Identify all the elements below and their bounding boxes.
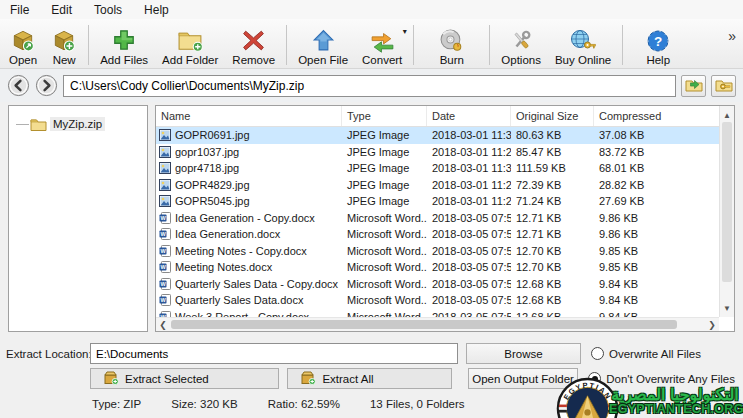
file-date-cell: 2018-03-01 11:27 — [427, 179, 511, 191]
jpeg-file-icon — [159, 195, 171, 207]
main-area: MyZip.zip Name Type Date Original Size C… — [8, 105, 735, 332]
file-type-cell: Microsoft Word... — [342, 212, 427, 224]
scroll-up-arrow[interactable]: ▲ — [720, 108, 734, 122]
toolbar-separator — [489, 25, 490, 65]
column-header-original-size[interactable]: Original Size — [511, 106, 594, 126]
file-compressed-cell: 9.86 KB — [594, 212, 719, 224]
file-original-size-cell: 12.70 KB — [511, 261, 594, 273]
buy-online-button[interactable]: Buy Online — [548, 21, 618, 67]
vertical-scroll-thumb[interactable] — [722, 122, 732, 282]
file-date-cell: 2018-03-05 07:50 — [427, 278, 511, 290]
file-name-cell: GOPR5045.jpg — [156, 195, 342, 207]
folder-arrow-icon — [685, 78, 703, 94]
file-type-cell: Microsoft Word... — [342, 245, 427, 257]
tree-item-myzip[interactable]: MyZip.zip — [9, 115, 147, 133]
open-archive-button[interactable]: Open — [2, 21, 44, 67]
toolbar-label: Options — [501, 54, 541, 66]
back-button[interactable] — [7, 74, 30, 97]
folder-plus-icon — [177, 25, 204, 53]
forward-button[interactable] — [35, 74, 58, 97]
table-row[interactable]: WIdea Generation - Copy.docxMicrosoft Wo… — [156, 210, 719, 227]
encrypt-button[interactable] — [711, 75, 736, 97]
table-row[interactable]: WIdea Generation.docxMicrosoft Word...20… — [156, 226, 719, 243]
open-file-button[interactable]: Open File — [291, 21, 355, 67]
table-row[interactable]: WWeek 3 Report - Copy.docxMicrosoft Word… — [156, 309, 719, 318]
toolbar-overflow-chevron[interactable]: » — [728, 28, 736, 44]
add-folder-button[interactable]: Add Folder — [155, 21, 225, 67]
column-header-type[interactable]: Type — [342, 106, 427, 126]
file-original-size-cell: 80.63 KB — [511, 129, 594, 141]
file-original-size-cell: 72.39 KB — [511, 179, 594, 191]
options-button[interactable]: Options — [494, 21, 548, 67]
file-name-cell: GOPR0691.jpg — [156, 129, 342, 141]
file-date-cell: 2018-03-01 11:26 — [427, 146, 511, 158]
remove-button[interactable]: Remove — [225, 21, 282, 67]
watermark-arabic-text: التكنولوجيا المصرية — [609, 386, 741, 404]
convert-button[interactable]: ▾ Convert — [355, 21, 409, 67]
table-row[interactable]: gopr4718.jpgJPEG Image2018-03-01 11:3511… — [156, 160, 719, 177]
file-name-cell: WQuarterly Sales Data.docx — [156, 294, 342, 306]
file-name: Meeting Notes - Copy.docx — [175, 245, 307, 257]
add-files-button[interactable]: Add Files — [93, 21, 155, 67]
menu-file[interactable]: File — [6, 1, 39, 19]
table-row[interactable]: WMeeting Notes - Copy.docxMicrosoft Word… — [156, 243, 719, 260]
column-header-name[interactable]: Name — [156, 106, 342, 126]
file-date-cell: 2018-03-05 07:51 — [427, 228, 511, 240]
scroll-down-arrow[interactable]: ▼ — [720, 301, 734, 315]
svg-text:?: ? — [654, 34, 662, 49]
file-name: Meeting Notes.docx — [175, 261, 272, 273]
disc-icon — [439, 25, 464, 53]
extract-box-icon — [300, 370, 316, 387]
new-archive-button[interactable]: New — [44, 21, 84, 67]
vertical-scrollbar[interactable]: ▲ ▼ — [719, 106, 734, 317]
tree-item-label: MyZip.zip — [50, 117, 105, 131]
table-row[interactable]: GOPR0691.jpgJPEG Image2018-03-01 11:3580… — [156, 127, 719, 144]
scroll-left-arrow[interactable]: ❮ — [156, 318, 170, 331]
extract-selected-button[interactable]: Extract Selected — [90, 368, 279, 389]
table-row[interactable]: WQuarterly Sales Data - Copy.docxMicroso… — [156, 276, 719, 293]
file-name-cell: gopr1037.jpg — [156, 146, 342, 158]
word-file-icon: W — [159, 212, 171, 224]
menu-tools[interactable]: Tools — [90, 1, 132, 19]
file-date-cell: 2018-03-01 11:35 — [427, 129, 511, 141]
column-header-compressed[interactable]: Compressed — [594, 106, 719, 126]
browse-button[interactable]: Browse — [466, 343, 581, 364]
table-row[interactable]: GOPR5045.jpgJPEG Image2018-03-01 11:2771… — [156, 193, 719, 210]
word-file-icon: W — [159, 228, 171, 240]
extract-location-input[interactable] — [90, 343, 458, 364]
radio-overwrite-all[interactable]: Overwrite All Files — [591, 347, 701, 360]
menu-edit[interactable]: Edit — [47, 1, 82, 19]
file-original-size-cell: 12.68 KB — [511, 278, 594, 290]
package-new-icon — [51, 25, 77, 53]
horizontal-scroll-thumb[interactable] — [171, 320, 677, 329]
extract-all-button[interactable]: Extract All — [287, 368, 452, 389]
file-type-cell: JPEG Image — [342, 179, 427, 191]
menu-help[interactable]: Help — [140, 1, 179, 19]
folder-icon — [30, 118, 47, 131]
svg-text:W: W — [160, 264, 166, 270]
blue-up-arrow-icon — [311, 25, 336, 53]
file-list-panel: Name Type Date Original Size Compressed … — [155, 105, 735, 332]
open-folder-button[interactable] — [681, 75, 706, 97]
table-row[interactable]: GOPR4829.jpgJPEG Image2018-03-01 11:2772… — [156, 177, 719, 194]
toolbar: Open New Add Files Add Folder Remove Ope… — [0, 19, 743, 69]
file-list-header: Name Type Date Original Size Compressed — [156, 106, 719, 127]
scroll-right-arrow[interactable]: ❯ — [705, 318, 719, 331]
table-row[interactable]: WQuarterly Sales Data.docxMicrosoft Word… — [156, 292, 719, 309]
file-compressed-cell: 83.72 KB — [594, 146, 719, 158]
burn-button[interactable]: Burn — [432, 21, 471, 67]
table-row[interactable]: gopr1037.jpgJPEG Image2018-03-01 11:2685… — [156, 144, 719, 161]
horizontal-scrollbar[interactable]: ❮ ❯ — [156, 317, 719, 331]
file-original-size-cell: 85.47 KB — [511, 146, 594, 158]
file-date-cell: 2018-03-05 07:51 — [427, 212, 511, 224]
watermark-text: التكنولوجيا المصرية EGYPTIANTECH.ORG — [609, 386, 741, 417]
file-name-cell: WIdea Generation - Copy.docx — [156, 212, 342, 224]
table-row[interactable]: WMeeting Notes.docxMicrosoft Word...2018… — [156, 259, 719, 276]
radio-label: Overwrite All Files — [609, 348, 701, 360]
archive-path-input[interactable] — [63, 75, 676, 97]
file-original-size-cell: 111.59 KB — [511, 162, 594, 174]
radio-icon — [591, 347, 604, 360]
help-button[interactable]: ? Help — [639, 21, 677, 67]
column-header-date[interactable]: Date — [427, 106, 511, 126]
toolbar-label: Convert — [362, 54, 402, 66]
